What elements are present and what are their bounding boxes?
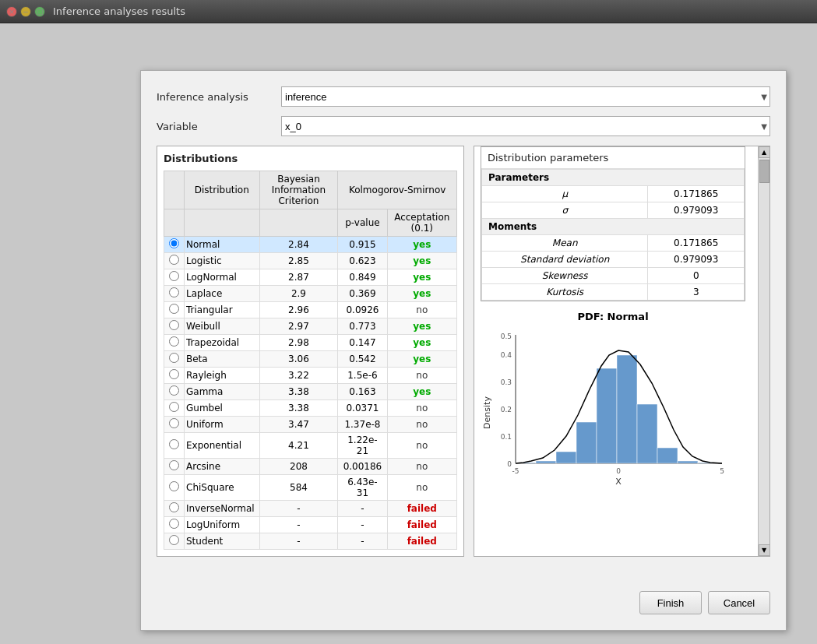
variable-select[interactable]: x_0 [281,116,770,136]
svg-text:X: X [615,477,622,487]
dist-pvalue: 1.5e-6 [338,368,387,384]
dist-acceptation: yes [387,269,456,286]
finish-button[interactable]: Finish [639,591,702,614]
scroll-down-button[interactable]: ▼ [759,544,770,556]
dist-acceptation: no [387,475,456,501]
dist-pvalue: 0.369 [338,286,387,302]
distribution-radio[interactable] [169,402,179,412]
distribution-radio[interactable] [169,369,179,379]
table-row[interactable]: Laplace 2.9 0.369 yes [164,286,457,302]
svg-rect-17 [617,355,637,463]
col-distribution: Distribution [185,171,260,209]
distribution-radio[interactable] [169,519,179,529]
table-row[interactable]: Normal 2.84 0.915 yes [164,237,457,253]
distribution-radio[interactable] [169,460,179,470]
distribution-radio[interactable] [169,304,179,314]
table-row[interactable]: Rayleigh 3.22 1.5e-6 no [164,368,457,384]
window-title: Inference analyses results [53,5,185,17]
params-title: Distribution parameters [481,147,745,169]
distribution-radio[interactable] [169,238,179,248]
table-row[interactable]: Arcsine 208 0.00186 no [164,459,457,475]
dist-pvalue: 0.542 [338,351,387,368]
dist-bic: 2.85 [259,253,338,269]
params-table: Parameters μ 0.171865 σ 0.979093 Moments… [481,169,745,301]
table-row[interactable]: Beta 3.06 0.542 yes [164,351,457,368]
svg-rect-18 [637,404,657,463]
param-row: μ 0.171865 [482,186,745,202]
svg-rect-14 [556,452,576,463]
dist-acceptation: no [387,459,456,475]
distribution-radio[interactable] [169,320,179,330]
table-row[interactable]: Logistic 2.85 0.623 yes [164,253,457,269]
inference-analysis-select-wrapper[interactable]: inference ▼ [281,86,770,107]
dist-name: Gamma [185,384,260,400]
distribution-radio[interactable] [169,287,179,297]
dist-name: ChiSquare [185,475,260,501]
variable-select-wrapper[interactable]: x_0 ▼ [281,116,770,136]
distribution-radio[interactable] [169,418,179,428]
variable-row: Variable x_0 ▼ [157,116,770,136]
dist-acceptation: yes [387,237,456,253]
distribution-radio[interactable] [169,481,179,491]
inference-analysis-select[interactable]: inference [281,86,770,107]
scroll-thumb[interactable] [759,160,769,183]
close-button[interactable]: × [6,6,17,17]
right-side: Distribution parameters Parameters μ 0.1… [474,146,770,557]
scrollbar[interactable]: ▲ ▼ [758,146,769,556]
param-name: σ [482,202,648,219]
table-row[interactable]: Triangular 2.96 0.0926 no [164,302,457,318]
param-row: σ 0.979093 [482,202,745,219]
table-row[interactable]: Trapezoidal 2.98 0.147 yes [164,335,457,351]
distribution-radio[interactable] [169,385,179,396]
main-window: Inference analysis inference ▼ Variable … [0,23,817,644]
scroll-up-button[interactable]: ▲ [759,146,770,158]
dist-bic: 3.38 [259,384,338,400]
col-pvalue: p-value [338,209,387,237]
svg-text:0.2: 0.2 [501,406,512,413]
moment-name: Mean [482,235,648,252]
maximize-button[interactable]: □ [34,6,45,17]
cancel-button[interactable]: Cancel [708,591,770,614]
bottom-buttons: Finish Cancel [639,591,770,614]
distribution-radio[interactable] [169,271,179,281]
dist-pvalue: 0.00186 [338,459,387,475]
table-row[interactable]: LogNormal 2.87 0.849 yes [164,269,457,286]
table-row[interactable]: Student - - failed [164,533,457,550]
dist-acceptation: yes [387,253,456,269]
table-row[interactable]: LogUniform - - failed [164,517,457,533]
table-row[interactable]: InverseNormal - - failed [164,501,457,517]
minimize-button[interactable]: − [20,6,31,17]
dist-bic: 2.96 [259,302,338,318]
dist-name: Gumbel [185,400,260,417]
dist-bic: - [259,501,338,517]
table-row[interactable]: ChiSquare 584 6.43e-31 no [164,475,457,501]
distribution-radio[interactable] [169,439,179,449]
dist-pvalue: 6.43e-31 [338,475,387,501]
dist-acceptation: yes [387,286,456,302]
y-axis-label: Density [482,396,492,429]
svg-text:0.1: 0.1 [501,433,512,441]
table-row[interactable]: Uniform 3.47 1.37e-8 no [164,417,457,433]
dialog: Inference analysis inference ▼ Variable … [140,70,787,631]
table-row[interactable]: Gamma 3.38 0.163 yes [164,384,457,400]
chart-title: PDF: Normal [481,311,745,322]
distribution-radio[interactable] [169,336,179,347]
distribution-radio[interactable] [169,353,179,363]
chart-panel: PDF: Normal Density [481,311,745,498]
window-controls[interactable]: × − □ [6,6,45,17]
col-ks: Kolmogorov-Smirnov [338,171,457,209]
distribution-radio[interactable] [169,502,179,512]
inference-analysis-row: Inference analysis inference ▼ [157,86,770,107]
col-bic: Bayesian Information Criterion [259,171,338,209]
col-radio [164,171,185,209]
table-row[interactable]: Gumbel 3.38 0.0371 no [164,400,457,417]
table-row[interactable]: Exponential 4.21 1.22e-21 no [164,433,457,459]
distribution-radio[interactable] [169,535,179,545]
dist-name: Triangular [185,302,260,318]
right-panel-inner: Distribution parameters Parameters μ 0.1… [474,146,758,505]
params-panel: Distribution parameters Parameters μ 0.1… [481,146,745,301]
distribution-radio[interactable] [169,255,179,265]
param-value: 0.171865 [648,186,745,202]
dist-name: Trapezoidal [185,335,260,351]
table-row[interactable]: Weibull 2.97 0.773 yes [164,318,457,335]
